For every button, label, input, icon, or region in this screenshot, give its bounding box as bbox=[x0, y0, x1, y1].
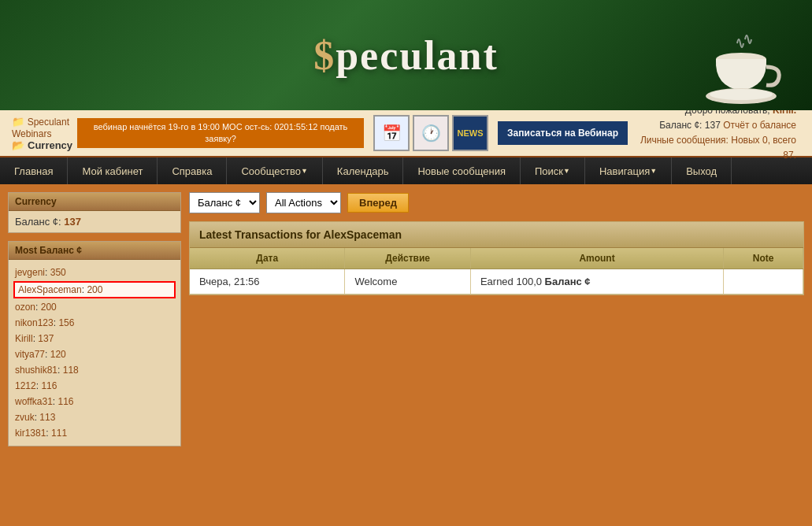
sidebar-most-title: Most Баланс ¢ bbox=[9, 242, 180, 260]
balance-label: Баланс ¢: bbox=[659, 120, 702, 131]
content-area: Баланс ¢ All Actions Вперед Latest Trans… bbox=[189, 192, 804, 526]
transactions-table: Дата Действие Amount Note Вчера, 21:56 W… bbox=[190, 248, 803, 294]
user-link-jevgeni[interactable]: jevgeni bbox=[15, 267, 45, 278]
coffee-cup bbox=[694, 31, 788, 110]
signup-webinar-button[interactable]: Записаться на Вебинар bbox=[498, 121, 628, 145]
cell-note bbox=[724, 269, 803, 294]
list-item-highlighted: AlexSpaceman: 200 bbox=[13, 281, 176, 298]
icon-group: 📅 🕐 NEWS bbox=[373, 115, 488, 151]
col-date: Дата bbox=[190, 248, 345, 269]
report-link[interactable]: Отчёт о балансе bbox=[723, 120, 796, 131]
breadcrumb-current: 📂 Currency bbox=[12, 139, 72, 151]
nav-item-cabinet[interactable]: Мой кабинет bbox=[68, 157, 158, 184]
user-link-woffka31[interactable]: woffka31 bbox=[15, 396, 53, 407]
user-link-ozon[interactable]: ozon bbox=[15, 302, 35, 313]
filter-bar: Баланс ¢ All Actions Вперед bbox=[189, 192, 804, 213]
col-note: Note bbox=[724, 248, 803, 269]
user-link-kirill[interactable]: Kirill bbox=[15, 333, 33, 344]
list-item: 1212: 116 bbox=[15, 378, 174, 394]
sidebar-balance-label: Баланс ¢: bbox=[15, 216, 61, 228]
transactions-panel: Latest Transactions for AlexSpaceman Дат… bbox=[189, 221, 804, 295]
news-icon-box[interactable]: NEWS bbox=[452, 115, 488, 151]
messages-value: Новых 0, всего 87. bbox=[731, 135, 796, 161]
navbar: Главная Мой кабинет Справка Сообщество К… bbox=[0, 157, 812, 184]
cell-date: Вчера, 21:56 bbox=[190, 269, 345, 294]
list-item: jevgeni: 350 bbox=[15, 265, 174, 280]
forward-button[interactable]: Вперед bbox=[347, 193, 409, 213]
header: $peculant bbox=[0, 0, 812, 110]
user-link-nikon123[interactable]: nikon123 bbox=[15, 317, 54, 328]
user-link-shushik81[interactable]: shushik81 bbox=[15, 365, 57, 376]
nav-item-logout[interactable]: Выход bbox=[672, 157, 732, 184]
list-item: shushik81: 118 bbox=[15, 362, 174, 378]
col-action: Действие bbox=[345, 248, 470, 269]
list-item: woffka31: 116 bbox=[15, 394, 174, 409]
most-balance-section: Most Баланс ¢ jevgeni: 350 AlexSpaceman:… bbox=[8, 241, 181, 446]
table-row: Вчера, 21:56 Welcome Earned 100,0 Баланс… bbox=[190, 269, 803, 294]
nav-item-search[interactable]: Поиск bbox=[521, 157, 585, 184]
messages-label: Личные сообщения: bbox=[640, 135, 729, 146]
user-link-kir1381[interactable]: kir1381 bbox=[15, 428, 46, 439]
amount-bold: Баланс ¢ bbox=[545, 276, 591, 287]
transactions-title: Latest Transactions for AlexSpaceman bbox=[190, 222, 803, 248]
nav-item-community[interactable]: Сообщество bbox=[227, 157, 322, 184]
breadcrumb-area: 📁 Speculant Webinars 📂 Currency bbox=[8, 116, 72, 151]
list-item: zvuk: 113 bbox=[15, 409, 174, 425]
user-link-vitya77[interactable]: vitya77 bbox=[15, 349, 45, 360]
webinar-notice-text: вебинар начнётся 19-го в 19:00 МОС ост-с… bbox=[94, 122, 348, 143]
breadcrumb-parent-link[interactable]: 📁 Speculant Webinars bbox=[12, 116, 72, 139]
balance-line: Баланс ¢: 137 Отчёт о балансе bbox=[632, 118, 796, 133]
sidebar: Currency Баланс ¢: 137 Most Баланс ¢ jev… bbox=[8, 192, 181, 526]
user-link-1212[interactable]: 1212 bbox=[15, 380, 36, 391]
nav-item-navigation[interactable]: Навигация bbox=[585, 157, 672, 184]
site-logo: $peculant bbox=[313, 32, 499, 79]
calendar-icon-box[interactable]: 📅 bbox=[373, 115, 410, 151]
user-link-zvuk[interactable]: zvuk bbox=[15, 412, 35, 423]
sidebar-leaderboard: jevgeni: 350 AlexSpaceman: 200 ozon: 200… bbox=[9, 260, 180, 446]
logo-text: peculant bbox=[336, 33, 499, 78]
action-select[interactable]: All Actions bbox=[266, 192, 341, 213]
list-item: ozon: 200 bbox=[15, 299, 174, 315]
cell-amount: Earned 100,0 Баланс ¢ bbox=[470, 269, 723, 294]
sidebar-balance: Баланс ¢: 137 bbox=[9, 211, 180, 232]
main-content: Currency Баланс ¢: 137 Most Баланс ¢ jev… bbox=[0, 184, 812, 526]
list-item: nikon123: 156 bbox=[15, 315, 174, 331]
list-item: kir1381: 111 bbox=[15, 425, 174, 441]
webinar-notice-box[interactable]: вебинар начнётся 19-го в 19:00 МОС ост-с… bbox=[77, 118, 364, 149]
clock-icon-box[interactable]: 🕐 bbox=[413, 115, 449, 151]
cell-action: Welcome bbox=[345, 269, 470, 294]
currency-section: Currency Баланс ¢: 137 bbox=[8, 192, 181, 233]
list-item: Kirill: 137 bbox=[15, 331, 174, 346]
folder-active-icon: 📂 bbox=[12, 139, 24, 151]
nav-item-new-messages[interactable]: Новые сообщения bbox=[403, 157, 521, 184]
sidebar-currency-title: Currency bbox=[9, 193, 180, 211]
svg-point-2 bbox=[710, 89, 773, 100]
nav-item-home[interactable]: Главная bbox=[0, 157, 68, 184]
col-amount: Amount bbox=[470, 248, 723, 269]
currency-select[interactable]: Баланс ¢ bbox=[189, 192, 260, 213]
nav-item-calendar[interactable]: Календарь bbox=[323, 157, 404, 184]
user-info: Добро пожаловать, Kirill. Баланс ¢: 137 … bbox=[632, 103, 804, 164]
webinar-bar: 📁 Speculant Webinars 📂 Currency вебинар … bbox=[0, 110, 812, 157]
balance-value: 137 bbox=[705, 120, 721, 131]
folder-icon: 📁 bbox=[12, 116, 24, 128]
sidebar-balance-link[interactable]: 137 bbox=[64, 216, 81, 228]
nav-item-help[interactable]: Справка bbox=[158, 157, 227, 184]
logo-dollar: $ bbox=[313, 33, 336, 78]
list-item: vitya77: 120 bbox=[15, 346, 174, 362]
user-link-alexspaceman[interactable]: AlexSpaceman bbox=[18, 284, 82, 295]
news-icon-label: NEWS bbox=[458, 128, 484, 138]
